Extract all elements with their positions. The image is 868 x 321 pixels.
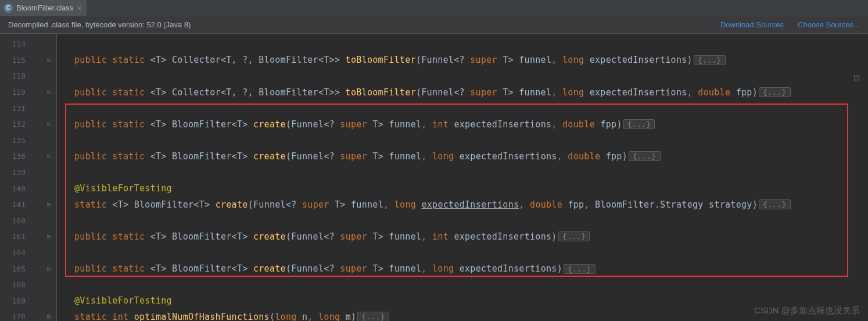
line-number: 115: [6, 56, 26, 65]
close-icon[interactable]: ×: [77, 3, 81, 13]
line-number: 131: [6, 104, 26, 113]
line-number: 119: [6, 88, 26, 97]
code-line: [57, 68, 868, 84]
fold-icon[interactable]: ⊞: [45, 152, 53, 160]
gutter-row: 119⊞: [0, 84, 56, 101]
folded-block[interactable]: {...}: [629, 151, 661, 161]
line-number: 136: [6, 152, 26, 160]
watermark: CSDN @多加点辣也没关系: [754, 305, 860, 316]
folded-block[interactable]: {...}: [623, 119, 655, 129]
code-line: public static <T> Collector<T, ?, BloomF…: [57, 84, 868, 101]
line-number: 140: [6, 184, 26, 193]
fold-icon[interactable]: ⊞: [45, 120, 53, 128]
decompiler-info-bar: Decompiled .class file, bytecode version…: [0, 16, 868, 34]
gutter-row: 132⊞: [0, 116, 56, 133]
line-number: 118: [6, 72, 26, 80]
code-line: public static <T> BloomFilter<T> create(…: [57, 229, 868, 245]
gutter-row: 161⊞: [0, 229, 56, 245]
line-number: 135: [6, 136, 26, 145]
folded-block[interactable]: {...}: [558, 231, 590, 241]
gutter: 114115⊞118119⊞131132⊞135136⊞139140141⊞16…: [0, 34, 57, 321]
gutter-row: 115⊞: [0, 52, 56, 69]
fold-icon[interactable]: ⊞: [45, 233, 53, 240]
choose-sources-link[interactable]: Choose Sources...: [798, 20, 860, 29]
code-line: [57, 133, 868, 149]
decompiler-message: Decompiled .class file, bytecode version…: [8, 20, 191, 29]
code-line: [57, 245, 868, 261]
line-number: 114: [6, 40, 26, 48]
line-number: 139: [6, 168, 26, 177]
folded-block[interactable]: {...}: [759, 87, 791, 97]
code-line: [57, 277, 868, 293]
gutter-row: 136⊞: [0, 148, 56, 165]
code-line: static <T> BloomFilter<T> create(Funnel<…: [57, 197, 868, 213]
tab-bar: C BloomFilter.class ×: [0, 0, 868, 16]
fold-icon[interactable]: ⊞: [45, 313, 53, 320]
gutter-row: 118: [0, 68, 56, 84]
editor: 114115⊞118119⊞131132⊞135136⊞139140141⊞16…: [0, 34, 868, 321]
gutter-row: 135: [0, 133, 56, 149]
code-line: public static <T> BloomFilter<T> create(…: [57, 261, 868, 277]
code-line: @VisibleForTesting: [57, 293, 868, 309]
editor-tab[interactable]: C BloomFilter.class ×: [0, 0, 87, 16]
gutter-row: 114: [0, 36, 56, 52]
gutter-row: 169: [0, 293, 56, 309]
line-number: 132: [6, 120, 26, 129]
line-number: 161: [6, 232, 26, 241]
fold-icon[interactable]: ⊞: [45, 56, 53, 64]
gutter-row: 164: [0, 245, 56, 261]
code-line: [57, 165, 868, 181]
line-number: 165: [6, 265, 26, 273]
gutter-row: 140: [0, 180, 56, 197]
fold-icon[interactable]: ⊞: [45, 88, 53, 96]
code-area[interactable]: public static <T> Collector<T, ?, BloomF…: [57, 34, 868, 321]
reader-mode-icon[interactable]: ⌑: [853, 72, 860, 84]
gutter-row: 170⊞: [0, 309, 56, 321]
line-number: 160: [6, 216, 26, 225]
code-line: @VisibleForTesting: [57, 180, 868, 197]
fold-icon[interactable]: ⊞: [45, 265, 53, 273]
line-number: 169: [6, 297, 26, 305]
code-line: [57, 100, 868, 116]
folded-block[interactable]: {...}: [694, 55, 726, 65]
gutter-row: 141⊞: [0, 197, 56, 213]
code-line: public static <T> Collector<T, ?, BloomF…: [57, 52, 868, 69]
fold-icon[interactable]: ⊞: [45, 201, 53, 208]
line-number: 170: [6, 312, 26, 321]
line-number: 164: [6, 248, 26, 257]
download-sources-link[interactable]: Download Sources: [720, 20, 784, 29]
folded-block[interactable]: {...}: [357, 312, 389, 321]
gutter-row: 160: [0, 213, 56, 229]
gutter-row: 131: [0, 100, 56, 116]
gutter-row: 165⊞: [0, 261, 56, 277]
code-line: [57, 36, 868, 52]
folded-block[interactable]: {...}: [759, 199, 791, 209]
gutter-row: 139: [0, 165, 56, 181]
tab-filename: BloomFilter.class: [16, 3, 73, 12]
code-line: static int optimalNumOfHashFunctions(lon…: [57, 309, 868, 321]
line-number: 141: [6, 200, 26, 209]
code-line: [57, 213, 868, 229]
folded-block[interactable]: {...}: [564, 264, 596, 274]
info-links: Download Sources Choose Sources...: [720, 20, 860, 29]
class-icon: C: [3, 3, 13, 13]
code-line: public static <T> BloomFilter<T> create(…: [57, 116, 868, 133]
code-line: public static <T> BloomFilter<T> create(…: [57, 148, 868, 165]
line-number: 168: [6, 280, 26, 289]
gutter-row: 168: [0, 277, 56, 293]
